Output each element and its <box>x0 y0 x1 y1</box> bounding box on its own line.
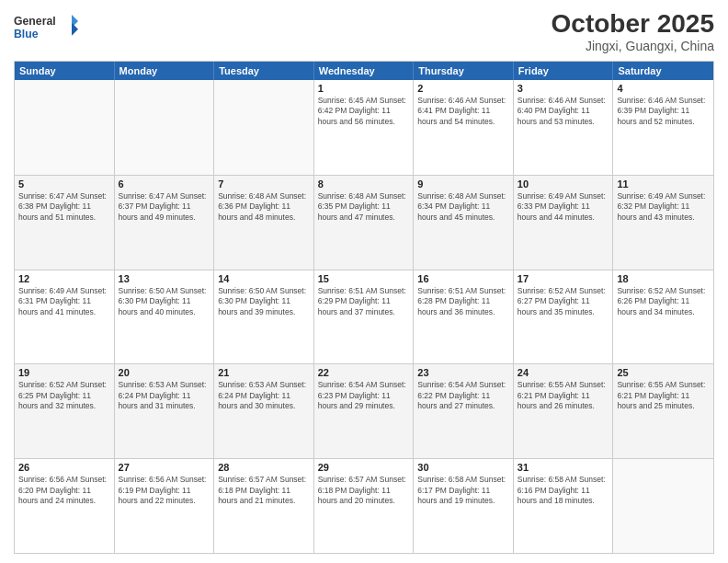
calendar-cell: 3Sunrise: 6:46 AM Sunset: 6:40 PM Daylig… <box>514 80 614 175</box>
day-info: Sunrise: 6:55 AM Sunset: 6:21 PM Dayligh… <box>518 380 609 411</box>
day-number: 8 <box>318 178 410 190</box>
day-info: Sunrise: 6:49 AM Sunset: 6:31 PM Dayligh… <box>18 286 110 317</box>
day-number: 11 <box>617 178 710 190</box>
day-info: Sunrise: 6:57 AM Sunset: 6:18 PM Dayligh… <box>218 475 310 506</box>
calendar-cell: 24Sunrise: 6:55 AM Sunset: 6:21 PM Dayli… <box>514 364 614 458</box>
calendar-cell: 11Sunrise: 6:49 AM Sunset: 6:32 PM Dayli… <box>613 176 713 270</box>
day-number: 4 <box>617 83 710 94</box>
logo-icon: General Blue <box>14 9 78 46</box>
month-title: October 2025 <box>552 9 714 39</box>
logo: General Blue <box>14 9 78 46</box>
day-info: Sunrise: 6:56 AM Sunset: 6:19 PM Dayligh… <box>119 475 210 506</box>
day-number: 2 <box>417 83 509 94</box>
day-number: 23 <box>417 367 509 378</box>
day-info: Sunrise: 6:53 AM Sunset: 6:24 PM Dayligh… <box>218 380 310 411</box>
calendar-header: SundayMondayTuesdayWednesdayThursdayFrid… <box>15 62 713 80</box>
calendar-row: 5Sunrise: 6:47 AM Sunset: 6:38 PM Daylig… <box>15 175 713 270</box>
day-info: Sunrise: 6:54 AM Sunset: 6:23 PM Dayligh… <box>318 380 410 411</box>
day-info: Sunrise: 6:50 AM Sunset: 6:30 PM Dayligh… <box>119 286 210 317</box>
day-info: Sunrise: 6:52 AM Sunset: 6:25 PM Dayligh… <box>18 380 110 411</box>
calendar-cell: 25Sunrise: 6:55 AM Sunset: 6:21 PM Dayli… <box>613 364 713 458</box>
calendar-cell: 22Sunrise: 6:54 AM Sunset: 6:23 PM Dayli… <box>314 364 415 458</box>
calendar-cell: 13Sunrise: 6:50 AM Sunset: 6:30 PM Dayli… <box>115 270 215 364</box>
calendar-row: 12Sunrise: 6:49 AM Sunset: 6:31 PM Dayli… <box>15 270 713 364</box>
day-info: Sunrise: 6:47 AM Sunset: 6:38 PM Dayligh… <box>18 191 110 223</box>
cal-header-day: Saturday <box>613 62 713 80</box>
calendar-cell: 16Sunrise: 6:51 AM Sunset: 6:28 PM Dayli… <box>414 270 514 364</box>
calendar-cell: 17Sunrise: 6:52 AM Sunset: 6:27 PM Dayli… <box>514 270 614 364</box>
day-number: 15 <box>318 273 410 284</box>
calendar-cell: 19Sunrise: 6:52 AM Sunset: 6:25 PM Dayli… <box>15 364 115 458</box>
svg-text:General: General <box>14 15 56 28</box>
calendar-cell <box>214 80 314 175</box>
day-info: Sunrise: 6:51 AM Sunset: 6:28 PM Dayligh… <box>417 286 509 317</box>
day-number: 1 <box>318 83 410 94</box>
calendar-cell: 6Sunrise: 6:47 AM Sunset: 6:37 PM Daylig… <box>115 176 215 270</box>
day-info: Sunrise: 6:58 AM Sunset: 6:16 PM Dayligh… <box>518 475 609 506</box>
calendar-cell: 30Sunrise: 6:58 AM Sunset: 6:17 PM Dayli… <box>414 459 514 553</box>
calendar-cell <box>115 80 215 175</box>
day-number: 9 <box>417 178 509 190</box>
day-info: Sunrise: 6:45 AM Sunset: 6:42 PM Dayligh… <box>318 96 410 127</box>
calendar-cell: 15Sunrise: 6:51 AM Sunset: 6:29 PM Dayli… <box>314 270 415 364</box>
svg-marker-3 <box>72 23 78 36</box>
svg-text:Blue: Blue <box>14 28 39 40</box>
day-number: 26 <box>18 462 110 473</box>
calendar-cell: 27Sunrise: 6:56 AM Sunset: 6:19 PM Dayli… <box>115 459 215 553</box>
calendar-cell: 12Sunrise: 6:49 AM Sunset: 6:31 PM Dayli… <box>15 270 115 364</box>
day-number: 31 <box>518 462 609 473</box>
title-area: October 2025 Jingxi, Guangxi, China <box>552 9 714 53</box>
day-number: 12 <box>18 273 110 284</box>
day-info: Sunrise: 6:52 AM Sunset: 6:26 PM Dayligh… <box>617 286 710 317</box>
calendar-row: 1Sunrise: 6:45 AM Sunset: 6:42 PM Daylig… <box>15 80 713 175</box>
location: Jingxi, Guangxi, China <box>552 39 714 53</box>
day-number: 16 <box>417 273 509 284</box>
day-number: 21 <box>218 367 310 378</box>
calendar-body: 1Sunrise: 6:45 AM Sunset: 6:42 PM Daylig… <box>15 80 713 553</box>
cal-header-day: Wednesday <box>314 62 415 80</box>
day-info: Sunrise: 6:52 AM Sunset: 6:27 PM Dayligh… <box>518 286 609 317</box>
calendar-cell: 10Sunrise: 6:49 AM Sunset: 6:33 PM Dayli… <box>514 176 614 270</box>
day-number: 5 <box>18 178 110 190</box>
calendar-cell: 29Sunrise: 6:57 AM Sunset: 6:18 PM Dayli… <box>314 459 415 553</box>
day-number: 17 <box>518 273 609 284</box>
calendar-cell <box>613 459 713 553</box>
cal-header-day: Friday <box>514 62 614 80</box>
day-number: 18 <box>617 273 710 284</box>
calendar: SundayMondayTuesdayWednesdayThursdayFrid… <box>14 61 714 554</box>
cal-header-day: Tuesday <box>214 62 314 80</box>
day-number: 27 <box>119 462 210 473</box>
calendar-cell: 23Sunrise: 6:54 AM Sunset: 6:22 PM Dayli… <box>414 364 514 458</box>
day-number: 30 <box>417 462 509 473</box>
calendar-row: 19Sunrise: 6:52 AM Sunset: 6:25 PM Dayli… <box>15 363 713 458</box>
day-number: 10 <box>518 178 609 190</box>
day-number: 19 <box>18 367 110 378</box>
calendar-cell: 5Sunrise: 6:47 AM Sunset: 6:38 PM Daylig… <box>15 176 115 270</box>
day-info: Sunrise: 6:47 AM Sunset: 6:37 PM Dayligh… <box>119 191 210 223</box>
day-number: 28 <box>218 462 310 473</box>
day-info: Sunrise: 6:49 AM Sunset: 6:32 PM Dayligh… <box>617 191 710 223</box>
day-number: 20 <box>119 367 210 378</box>
calendar-cell: 14Sunrise: 6:50 AM Sunset: 6:30 PM Dayli… <box>214 270 314 364</box>
day-info: Sunrise: 6:50 AM Sunset: 6:30 PM Dayligh… <box>218 286 310 317</box>
day-info: Sunrise: 6:48 AM Sunset: 6:36 PM Dayligh… <box>218 191 310 223</box>
calendar-row: 26Sunrise: 6:56 AM Sunset: 6:20 PM Dayli… <box>15 458 713 553</box>
day-info: Sunrise: 6:46 AM Sunset: 6:40 PM Dayligh… <box>518 96 609 127</box>
day-number: 25 <box>617 367 710 378</box>
day-number: 3 <box>518 83 609 94</box>
calendar-cell: 8Sunrise: 6:48 AM Sunset: 6:35 PM Daylig… <box>314 176 415 270</box>
calendar-cell: 26Sunrise: 6:56 AM Sunset: 6:20 PM Dayli… <box>15 459 115 553</box>
day-info: Sunrise: 6:54 AM Sunset: 6:22 PM Dayligh… <box>417 380 509 411</box>
cal-header-day: Sunday <box>15 62 115 80</box>
calendar-cell: 1Sunrise: 6:45 AM Sunset: 6:42 PM Daylig… <box>314 80 415 175</box>
day-number: 7 <box>218 178 310 190</box>
calendar-cell: 18Sunrise: 6:52 AM Sunset: 6:26 PM Dayli… <box>613 270 713 364</box>
day-info: Sunrise: 6:58 AM Sunset: 6:17 PM Dayligh… <box>417 475 509 506</box>
day-info: Sunrise: 6:56 AM Sunset: 6:20 PM Dayligh… <box>18 475 110 506</box>
day-info: Sunrise: 6:48 AM Sunset: 6:34 PM Dayligh… <box>417 191 509 223</box>
day-info: Sunrise: 6:46 AM Sunset: 6:41 PM Dayligh… <box>417 96 509 127</box>
calendar-cell <box>15 80 115 175</box>
calendar-cell: 20Sunrise: 6:53 AM Sunset: 6:24 PM Dayli… <box>115 364 215 458</box>
cal-header-day: Thursday <box>414 62 514 80</box>
page: General Blue October 2025 Jingxi, Guangx… <box>0 0 728 563</box>
